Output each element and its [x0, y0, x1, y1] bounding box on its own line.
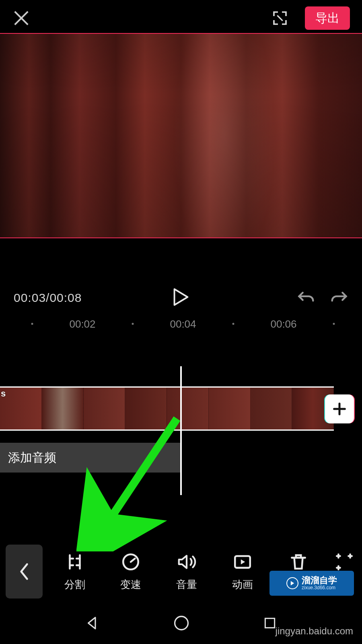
delete-icon: [288, 552, 309, 572]
watermark-sub: zixue.3d66.com: [302, 585, 337, 590]
ruler-mark: 00:04: [170, 318, 196, 330]
svg-point-3: [175, 617, 188, 630]
ruler-mark: 00:06: [270, 318, 296, 330]
redo-button[interactable]: [331, 290, 348, 306]
animation-icon: [232, 552, 253, 572]
timeline-ruler[interactable]: 00:02 00:04 00:06: [0, 318, 362, 334]
speed-icon: [121, 552, 141, 572]
add-audio-label: 添加音频: [8, 450, 56, 466]
fullscreen-icon[interactable]: [272, 10, 288, 26]
timecode-display: 00:03/00:08: [14, 291, 82, 305]
tool-label: 动画: [232, 578, 253, 592]
svg-line-0: [105, 419, 177, 527]
tool-volume[interactable]: 音量: [162, 552, 211, 592]
split-icon: [65, 552, 85, 572]
tool-label: 音量: [176, 578, 197, 592]
timeline-playhead[interactable]: [180, 366, 182, 495]
export-button[interactable]: 导出: [305, 6, 350, 30]
tool-split[interactable]: 分割: [51, 552, 99, 592]
add-audio-track[interactable]: 添加音频: [0, 443, 181, 473]
nav-home-icon[interactable]: [173, 614, 190, 634]
toolbar-back-button[interactable]: [6, 545, 43, 599]
ruler-mark: 00:02: [69, 318, 95, 330]
close-button[interactable]: [12, 9, 31, 27]
play-button[interactable]: [173, 288, 189, 308]
watermark-brand: 溜溜自学: [302, 576, 337, 585]
nav-back-icon[interactable]: [84, 615, 101, 633]
tool-animation[interactable]: 动画: [218, 552, 267, 592]
watermark-badge: 溜溜自学 zixue.3d66.com: [269, 571, 354, 596]
watermark-logo-icon: [286, 577, 298, 589]
svg-rect-4: [265, 618, 274, 627]
tool-speed[interactable]: 变速: [107, 552, 155, 592]
clip-corner-label: s: [1, 388, 6, 399]
video-preview[interactable]: [0, 33, 362, 238]
video-clip[interactable]: s: [0, 386, 334, 431]
add-clip-button[interactable]: [325, 394, 354, 423]
undo-button[interactable]: [297, 290, 315, 306]
tool-label: 分割: [64, 578, 85, 592]
annotation-arrow: [76, 415, 189, 551]
watermark-source: jingyan.baidu.com: [276, 625, 353, 637]
tool-label: 变速: [120, 578, 141, 592]
volume-icon: [177, 552, 197, 572]
edit-icon: [334, 552, 354, 572]
